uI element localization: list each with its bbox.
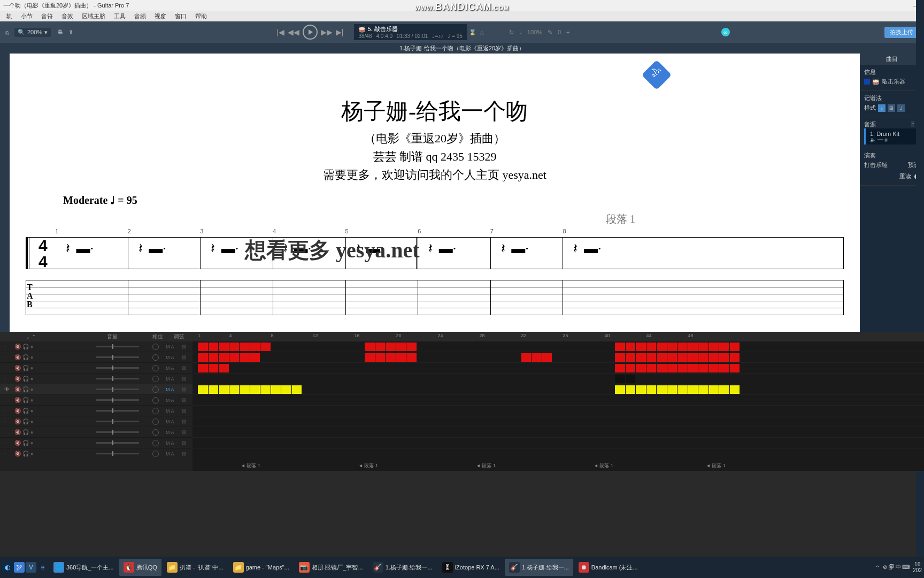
style-opt-2[interactable]: ⊞ [888, 104, 895, 112]
tune-icon[interactable]: ⊞ [182, 386, 186, 392]
hourglass-icon[interactable]: ⌛ [469, 29, 476, 36]
grid-cell[interactable] [542, 353, 552, 362]
instrument-row[interactable]: 🥁 敲击乐器 [864, 76, 920, 87]
volume-slider[interactable] [96, 442, 139, 444]
tune-icon[interactable]: ⊞ [182, 451, 186, 457]
section-marker[interactable]: ◄ 段落 1 [358, 462, 378, 469]
start-icon[interactable]: 🕊 [14, 562, 25, 573]
grid-cell[interactable] [646, 353, 657, 362]
visibility-icon[interactable]: · [4, 408, 12, 414]
track-row[interactable]: · 🔇 🎧 ● M A ⊞ [0, 406, 192, 416]
track-icons[interactable]: 🔇 🎧 ● [14, 397, 34, 403]
grid-cell[interactable] [646, 364, 657, 372]
grid-cell[interactable] [667, 353, 677, 362]
grid-cell[interactable] [657, 385, 667, 394]
grid-cell[interactable] [677, 353, 688, 362]
grid-cell[interactable] [626, 353, 636, 362]
grid-cell[interactable] [698, 364, 709, 372]
track-icons[interactable]: 🔇 🎧 ● [14, 344, 34, 349]
grid-cell[interactable] [240, 343, 250, 351]
tune-icon[interactable]: ⊞ [182, 365, 186, 371]
grid-cell[interactable] [719, 343, 729, 351]
ma-buttons[interactable]: M A [166, 387, 174, 392]
visibility-icon[interactable]: · [4, 419, 12, 424]
grid-cell[interactable] [615, 385, 625, 394]
ma-buttons[interactable]: M A [166, 376, 174, 382]
grid-cell[interactable] [532, 353, 542, 362]
ma-buttons[interactable]: M A [166, 344, 174, 349]
start-icon[interactable]: ◐ [2, 562, 13, 573]
grid-cell[interactable] [730, 343, 740, 351]
taskbar-item[interactable]: 🌐360导航_一个主... [49, 559, 118, 576]
volume-slider[interactable] [96, 378, 139, 379]
tuning-icon[interactable]: ✎ [548, 29, 552, 36]
grid-cell[interactable] [698, 385, 709, 394]
track-icons[interactable]: 🔇 🎧 ● [14, 408, 34, 414]
track-row[interactable]: · 🔇 🎧 ● M A ⊞ [0, 416, 192, 427]
menu-音符[interactable]: 音符 [37, 12, 57, 20]
tune-icon[interactable]: ⊞ [182, 376, 186, 382]
visibility-icon[interactable]: · [4, 344, 12, 349]
loop-icon[interactable]: ↻ [509, 29, 514, 36]
system-tray[interactable]: ⌃ ⊘ 🗐 中 ⌨ 16: 202 [875, 561, 922, 573]
menu-窗口[interactable]: 窗口 [171, 12, 191, 20]
menu-帮助[interactable]: 帮助 [191, 12, 211, 20]
section-marker[interactable]: ◄ 段落 1 [476, 462, 496, 469]
ma-buttons[interactable]: M A [166, 355, 174, 360]
track-icons[interactable]: 🔇 🎧 ● [14, 365, 34, 371]
share-link-icon[interactable]: ∞ [721, 28, 730, 36]
grid-cell[interactable] [677, 364, 688, 372]
grid-cell[interactable] [636, 385, 646, 394]
grid-cell[interactable] [260, 343, 271, 351]
metronome-icon[interactable]: △ [480, 29, 484, 36]
ma-buttons[interactable]: M A [166, 440, 174, 446]
grid-cell[interactable] [396, 343, 406, 351]
play-button[interactable] [303, 25, 318, 40]
grid-cell[interactable] [198, 353, 208, 362]
grid-cell[interactable] [730, 364, 740, 372]
grid-cell[interactable] [281, 385, 291, 394]
grid-cell[interactable] [615, 353, 625, 362]
skip-end-icon[interactable]: ▶| [336, 28, 344, 36]
grid-cell[interactable] [636, 353, 646, 362]
track-icons[interactable]: 🔇 🎧 ● [14, 376, 34, 382]
grid-cell[interactable] [709, 343, 719, 351]
grid-cell[interactable] [667, 343, 677, 351]
volume-slider[interactable] [96, 356, 139, 358]
tune-icon[interactable]: ⊞ [182, 408, 186, 414]
volume-slider[interactable] [96, 421, 139, 422]
grid-cell[interactable] [730, 385, 740, 394]
sound-track-item[interactable]: 1. Drum Kit 🔈 ━━ ◉ [864, 128, 920, 144]
grid-cell[interactable] [406, 353, 417, 362]
pan-knob[interactable] [152, 376, 159, 382]
grid-cell[interactable] [667, 385, 677, 394]
grid-cell[interactable] [615, 364, 625, 372]
visibility-icon[interactable]: · [4, 365, 12, 371]
track-row[interactable]: · 🔇 🎧 ● M A ⊞ [0, 427, 192, 438]
track-row[interactable]: · 🔇 🎧 ● M A ⊞ [0, 448, 192, 459]
track-icons[interactable]: 🔇 🎧 ● [14, 440, 34, 446]
visibility-icon[interactable]: · [4, 397, 12, 403]
taskbar-item[interactable]: 🎸1.杨子姗-给我一... [505, 559, 573, 576]
info-header[interactable]: 信息 [864, 68, 920, 76]
menu-小节[interactable]: 小节 [17, 12, 37, 20]
grid-cell[interactable] [386, 343, 396, 351]
menu-音效[interactable]: 音效 [57, 12, 78, 20]
ma-buttons[interactable]: M A [166, 366, 174, 371]
rewind-icon[interactable]: ◀◀ [288, 28, 299, 36]
grid-cell[interactable] [615, 375, 625, 383]
volume-slider[interactable] [96, 389, 139, 390]
taskbar-item[interactable]: 📁扒谱 - "扒谱"中... [163, 559, 228, 576]
tune-icon[interactable]: ⊞ [182, 429, 186, 435]
taskbar-item[interactable]: ⏺Bandicam (未注... [574, 559, 642, 576]
section-marker[interactable]: ◄ 段落 1 [706, 462, 726, 469]
grid-cell[interactable] [636, 343, 646, 351]
taskbar-item[interactable]: 🐧腾讯QQ [119, 559, 161, 576]
start-icon[interactable]: V [26, 562, 36, 573]
track-icons[interactable]: 🔇 🎧 ● [14, 451, 34, 457]
visibility-icon[interactable]: · [4, 451, 12, 457]
visibility-icon[interactable]: 👁 [4, 386, 12, 392]
tune-icon[interactable]: ⊞ [182, 419, 186, 424]
grid-cell[interactable] [626, 364, 636, 372]
track-icons[interactable]: 🔇 🎧 ● [14, 386, 34, 392]
